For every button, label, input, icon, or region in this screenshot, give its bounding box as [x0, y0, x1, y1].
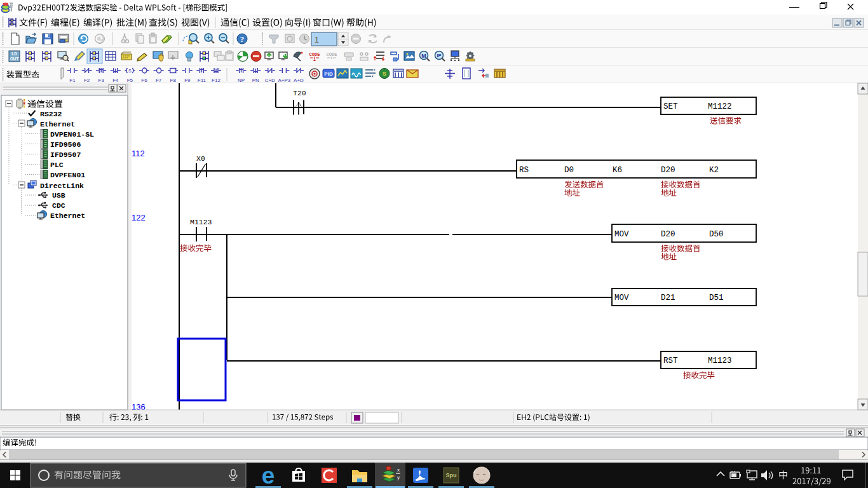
- svg-text:IFD9507: IFD9507: [50, 151, 81, 159]
- svg-text:M1123: M1123: [190, 218, 212, 226]
- svg-text:F7: F7: [156, 78, 162, 83]
- svg-text:RS232: RS232: [40, 110, 62, 118]
- svg-text:F8: F8: [170, 78, 177, 83]
- svg-text:PN: PN: [252, 78, 259, 83]
- svg-text:D0: D0: [564, 166, 574, 175]
- svg-text:K2: K2: [709, 166, 719, 175]
- svg-text:DVPEN01-SL: DVPEN01-SL: [50, 130, 94, 139]
- svg-text:IP: IP: [437, 53, 441, 58]
- svg-text:Ethernet: Ethernet: [40, 120, 75, 128]
- svg-text:NP: NP: [238, 78, 245, 83]
- svg-text:1: 1: [315, 36, 319, 44]
- svg-text:F1: F1: [69, 78, 76, 83]
- svg-text:SET: SET: [663, 102, 678, 111]
- svg-text:USB: USB: [52, 191, 65, 200]
- svg-text:PID: PID: [324, 71, 333, 77]
- svg-text:F3: F3: [98, 78, 105, 83]
- svg-text:A+P3: A+P3: [278, 78, 291, 83]
- svg-text:D20: D20: [661, 166, 675, 175]
- svg-text:e: e: [262, 463, 275, 488]
- svg-text:F11: F11: [198, 78, 207, 83]
- svg-text:122: 122: [132, 213, 146, 222]
- svg-text:112: 112: [132, 149, 145, 158]
- svg-text:y: y: [397, 475, 400, 480]
- svg-text:D21: D21: [661, 294, 675, 302]
- svg-text:MOV: MOV: [614, 294, 629, 302]
- svg-text:K6: K6: [613, 166, 622, 175]
- svg-text:OUT: OUT: [10, 57, 19, 61]
- svg-text:D20: D20: [661, 230, 675, 239]
- svg-text:Ethernet: Ethernet: [50, 212, 85, 220]
- svg-text:M1123: M1123: [708, 356, 732, 365]
- svg-text:?: ?: [240, 34, 245, 44]
- svg-text:S: S: [383, 71, 386, 77]
- svg-text:CDC: CDC: [52, 201, 65, 210]
- svg-text:CODE: CODE: [327, 52, 337, 57]
- svg-text:IFD9506: IFD9506: [50, 140, 81, 149]
- svg-text:CODE: CODE: [309, 52, 320, 57]
- svg-text:C+D: C+D: [265, 78, 275, 83]
- svg-text:LD: LD: [11, 51, 17, 56]
- svg-text:RST: RST: [663, 356, 678, 365]
- svg-text:MOV: MOV: [614, 230, 629, 239]
- svg-text:DVPFEN01: DVPFEN01: [50, 171, 85, 179]
- svg-text:DirectLink: DirectLink: [40, 182, 84, 190]
- svg-text:S: S: [128, 69, 132, 73]
- svg-text:Spu: Spu: [446, 472, 457, 478]
- svg-text:F4: F4: [112, 78, 119, 83]
- svg-text:D50: D50: [709, 230, 724, 239]
- svg-text:136: 136: [132, 402, 146, 412]
- svg-text:M1122: M1122: [708, 102, 732, 111]
- svg-text:X0: X0: [196, 154, 205, 163]
- svg-text:F5: F5: [127, 78, 133, 83]
- svg-text:F9: F9: [184, 78, 191, 83]
- svg-text:F2: F2: [84, 78, 90, 83]
- svg-text:A+D: A+D: [294, 78, 304, 83]
- svg-text:x: x: [397, 467, 400, 473]
- svg-text:M: M: [421, 53, 426, 59]
- svg-text:F12: F12: [212, 78, 220, 83]
- svg-text:RS: RS: [519, 166, 529, 175]
- svg-text:D51: D51: [709, 294, 724, 302]
- svg-text:T20: T20: [293, 89, 306, 97]
- svg-text:PLC: PLC: [50, 161, 64, 169]
- svg-text:F6: F6: [141, 78, 147, 83]
